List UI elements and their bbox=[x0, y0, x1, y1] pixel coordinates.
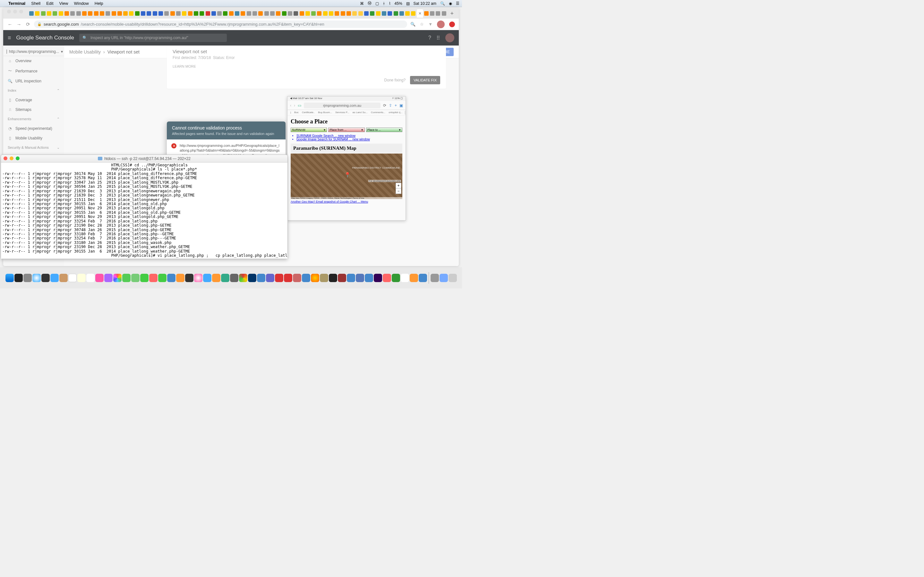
dock-xd-icon[interactable] bbox=[374, 274, 382, 282]
menu-window[interactable]: Window bbox=[74, 1, 89, 6]
dock-firefox-icon[interactable] bbox=[311, 274, 319, 282]
dock-facetime-icon[interactable] bbox=[140, 274, 149, 282]
dock-app-icon[interactable] bbox=[302, 274, 310, 282]
dock-app-icon[interactable] bbox=[356, 274, 364, 282]
dock-filezilla-icon[interactable] bbox=[284, 274, 292, 282]
sidebar-item-speed[interactable]: ◔Speed (experimental) bbox=[3, 124, 64, 133]
window-traffic-lights[interactable] bbox=[7, 10, 23, 13]
dock-photobooth-icon[interactable] bbox=[149, 274, 158, 282]
profile-avatar[interactable] bbox=[437, 21, 445, 28]
zoom-button[interactable] bbox=[16, 156, 19, 160]
close-button[interactable] bbox=[3, 156, 7, 160]
ipad-select-from[interactable]: Place from ...▼ bbox=[328, 127, 365, 132]
dock-folder-icon[interactable] bbox=[439, 274, 448, 282]
sidebar-head-security[interactable]: Security & Manual Actions⌄ bbox=[3, 143, 64, 152]
dock-app-icon[interactable] bbox=[293, 274, 301, 282]
close-icon[interactable]: ✕ bbox=[418, 11, 422, 16]
zoom-out-button[interactable]: − bbox=[396, 189, 401, 193]
dock-safari-icon[interactable] bbox=[32, 274, 41, 282]
dock-app-icon[interactable] bbox=[221, 274, 229, 282]
dock-reminders-icon[interactable] bbox=[86, 274, 95, 282]
dock-pages-icon[interactable] bbox=[176, 274, 184, 282]
menu-edit[interactable]: Edit bbox=[46, 1, 53, 6]
terminal-window[interactable]: htdocs — ssh -p 22 root@27.54.94.234 — 2… bbox=[1, 155, 288, 259]
sidebar-item-url-inspection[interactable]: 🔍URL inspection bbox=[3, 76, 64, 86]
ipad-fwd-icon[interactable]: › bbox=[294, 103, 295, 108]
extension-red-icon[interactable] bbox=[449, 21, 455, 27]
control-center-icon[interactable]: ☰ bbox=[456, 1, 459, 6]
dock-gimp-icon[interactable] bbox=[320, 274, 328, 282]
menu-help[interactable]: Help bbox=[95, 1, 103, 6]
terminal-content[interactable]: HTMLCSS]# cd ../PHP/Geographicals PHP/Ge… bbox=[1, 163, 288, 259]
extension-icon[interactable]: ▼ bbox=[428, 22, 433, 27]
sidebar-item-mobile-usability[interactable]: ▯Mobile Usability bbox=[3, 133, 64, 143]
dock-books-icon[interactable] bbox=[212, 274, 220, 282]
ipad-reload-icon[interactable]: ⟳ bbox=[383, 103, 386, 108]
help-icon[interactable]: ? bbox=[428, 35, 431, 41]
dock-contacts-icon[interactable] bbox=[59, 274, 68, 282]
forward-button[interactable]: → bbox=[16, 21, 22, 27]
dock-notes-icon[interactable] bbox=[78, 274, 86, 282]
dock-app-icon[interactable] bbox=[347, 274, 355, 282]
dock-app-icon[interactable] bbox=[104, 274, 113, 282]
ipad-footer-links[interactable]: Another Geo Map? Email snapshot of Googl… bbox=[291, 200, 402, 203]
ipad-map[interactable]: PARAMARIBO DISTRICT COMMEWIJNE 📍 For dev… bbox=[291, 153, 402, 199]
hamburger-icon[interactable]: ≡ bbox=[8, 35, 11, 41]
terminal-titlebar[interactable]: htdocs — ssh -p 22 root@27.54.94.234 — 2… bbox=[1, 155, 288, 163]
dock-app-icon[interactable] bbox=[365, 274, 373, 282]
sidebar-item-coverage[interactable]: ▯Coverage bbox=[3, 95, 64, 105]
ipad-select-country[interactable]: SURINAM▼ bbox=[291, 127, 327, 132]
spotlight-icon[interactable]: 🔍 bbox=[440, 1, 445, 6]
ipad-book-icon[interactable]: ▭ bbox=[298, 103, 301, 108]
ipad-select-to[interactable]: Place to ...▼ bbox=[366, 127, 402, 132]
dock-launchpad-icon[interactable] bbox=[23, 274, 32, 282]
dock-numbers-icon[interactable] bbox=[158, 274, 166, 282]
learn-more-link[interactable]: LEARN MORE bbox=[173, 64, 440, 68]
dock-app-icon[interactable] bbox=[401, 274, 409, 282]
dock-mail-icon[interactable] bbox=[50, 274, 59, 282]
back-button[interactable]: ← bbox=[7, 21, 13, 27]
ipad-tabbar[interactable]: | Boc Certificate.. Buy Boom... Services… bbox=[288, 110, 405, 116]
minimize-button[interactable] bbox=[10, 156, 13, 160]
dock-maps-icon[interactable] bbox=[131, 274, 140, 282]
menu-view[interactable]: View bbox=[59, 1, 68, 6]
ipad-addtab-icon[interactable]: + bbox=[395, 103, 397, 108]
menubar-m-icon[interactable]: Ⓜ bbox=[368, 1, 372, 6]
dock-app-icon[interactable] bbox=[392, 274, 400, 282]
url-field[interactable]: 🔒 search.google.com/search-console/mobil… bbox=[34, 21, 407, 28]
new-tab-button[interactable]: + bbox=[449, 10, 455, 17]
dock-preview-icon[interactable] bbox=[257, 274, 265, 282]
sidebar-item-overview[interactable]: ⌂Overview bbox=[3, 56, 64, 66]
dock-settings-icon[interactable] bbox=[431, 274, 439, 282]
siri-icon[interactable]: ◉ bbox=[449, 1, 452, 6]
bluetooth-icon[interactable]: ᚼ bbox=[383, 1, 385, 6]
breadcrumb-1[interactable]: Mobile Usability bbox=[69, 49, 101, 55]
dock-keynote-icon[interactable] bbox=[167, 274, 176, 282]
dock-finder-icon[interactable] bbox=[5, 274, 14, 282]
dock-app-icon[interactable] bbox=[419, 274, 427, 282]
ipad-link-1[interactable]: SURINAM Google Search ... new window bbox=[296, 134, 355, 137]
zoom-in-button[interactable]: + bbox=[396, 183, 401, 189]
dock-calendar-icon[interactable] bbox=[68, 274, 77, 282]
dock-appstore-icon[interactable] bbox=[203, 274, 212, 282]
bookmark-star-icon[interactable]: ☆ bbox=[420, 22, 424, 27]
airplay-icon[interactable]: ▢ bbox=[375, 1, 379, 6]
dock[interactable] bbox=[0, 268, 462, 288]
browser-tabstrip[interactable]: ✕ + bbox=[3, 7, 459, 19]
dock-trash-icon[interactable] bbox=[449, 274, 457, 282]
ipad-share-icon[interactable]: ⇪ bbox=[389, 103, 392, 108]
dock-app-icon[interactable] bbox=[383, 274, 391, 282]
dock-app-icon[interactable] bbox=[410, 274, 418, 282]
map-zoom[interactable]: +− bbox=[396, 183, 401, 194]
dock-photoshop-icon[interactable] bbox=[248, 274, 256, 282]
dock-dashboard-icon[interactable] bbox=[41, 274, 50, 282]
sidebar-head-enhancements[interactable]: Enhancements⌃ bbox=[3, 114, 64, 124]
reload-button[interactable]: ⟳ bbox=[25, 21, 31, 27]
ipad-url[interactable]: rjmprogramming.com.au bbox=[304, 103, 381, 108]
dock-app-icon[interactable] bbox=[230, 274, 238, 282]
ipad-tabs-icon[interactable]: ▣ bbox=[399, 103, 403, 108]
menubar-status-icon[interactable]: ⌘ bbox=[360, 1, 364, 6]
gsc-avatar[interactable] bbox=[445, 33, 454, 42]
ipad-back-icon[interactable]: ‹ bbox=[290, 103, 291, 108]
dock-app-icon[interactable] bbox=[266, 274, 274, 282]
